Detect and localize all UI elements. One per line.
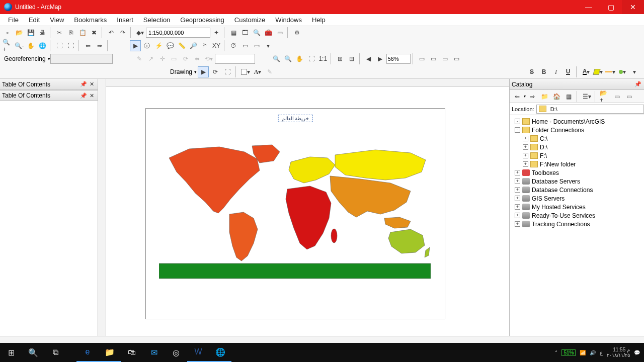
fixed-zoom-out-icon[interactable]: ⛶ (65, 40, 76, 51)
word-icon[interactable]: W (187, 343, 209, 362)
store-icon[interactable]: 🛍 (121, 343, 143, 362)
delete-icon[interactable]: ✖ (89, 27, 100, 38)
focus-dataframe-icon[interactable]: ▭ (428, 53, 439, 64)
pan-icon[interactable]: ✋ (25, 40, 36, 51)
location-input[interactable]: D:\ (536, 105, 644, 114)
tree-item[interactable]: +Tracking Connections (511, 220, 643, 228)
rotate-angle-input[interactable] (215, 54, 255, 64)
text-tool-icon[interactable]: A▾ (252, 66, 263, 77)
expand-icon[interactable]: + (523, 144, 528, 150)
tree-item[interactable]: +Database Servers (511, 177, 643, 186)
save-icon[interactable]: 💾 (25, 27, 36, 38)
marker-color-icon[interactable]: ▾ (617, 66, 628, 77)
georef-layer-dropdown[interactable] (50, 54, 113, 64)
tree-item[interactable]: +F:\New folder (511, 160, 643, 168)
tray-chevron-icon[interactable]: ˄ (555, 350, 557, 355)
menu-selection[interactable]: Selection (138, 15, 175, 25)
layout-zoom-out-icon[interactable]: 🔍 (283, 53, 294, 64)
redo-icon[interactable]: ↷ (117, 27, 128, 38)
forward-icon[interactable]: ⇒ (94, 40, 105, 51)
measure-icon[interactable]: 📏 (176, 40, 187, 51)
find-route-icon[interactable]: 🏳 (199, 40, 210, 51)
obs-icon[interactable]: ◎ (165, 343, 187, 362)
undo-icon[interactable]: ↶ (106, 27, 117, 38)
lang-indicator[interactable]: ع (600, 350, 603, 355)
find-icon[interactable]: 🔎 (188, 40, 199, 51)
change-layout-icon[interactable]: ▭ (440, 53, 451, 64)
tree-item[interactable]: +Ready-To-Use Services (511, 211, 643, 220)
catalog-tree[interactable]: -Home - Documents\ArcGIS-Folder Connecti… (510, 115, 644, 336)
minimize-button[interactable]: — (578, 0, 600, 14)
close-panel-icon[interactable]: ✕ (88, 81, 96, 87)
goto-xy-icon[interactable]: XY (211, 40, 222, 51)
pin-icon-2[interactable]: 📌 (79, 93, 88, 99)
tree-item[interactable]: +My Hosted Services (511, 203, 643, 211)
back-icon[interactable]: ⇐ (83, 40, 94, 51)
layout-pan-icon[interactable]: ✋ (294, 53, 305, 64)
full-extent-icon[interactable]: 🌐 (37, 40, 48, 51)
fill-color-icon[interactable]: ▾ (593, 66, 604, 77)
underline2-icon[interactable]: U (562, 66, 574, 77)
mail-icon[interactable]: ✉ (143, 343, 165, 362)
new-icon[interactable]: ▫ (2, 27, 13, 38)
cat-back-icon[interactable]: ⇐ (512, 91, 523, 102)
rotate-icon[interactable]: ⟳ (210, 66, 221, 77)
open-icon[interactable]: 📂 (14, 27, 25, 38)
start-button[interactable]: ⊞ (0, 343, 22, 362)
catalog-pin-icon[interactable]: 📌 (634, 81, 642, 87)
expand-icon[interactable]: + (515, 204, 520, 210)
close-panel-icon-2[interactable]: ✕ (88, 93, 96, 99)
dds-toolbar-icon[interactable]: ▭ (451, 53, 462, 64)
tree-item[interactable]: +D:\ (511, 143, 643, 151)
page-frame[interactable]: خريطة العالم (145, 108, 445, 319)
taskview-icon[interactable]: ⧉ (44, 343, 66, 362)
battery-status[interactable]: 51% (561, 349, 576, 356)
python-icon[interactable]: ▭ (274, 27, 285, 38)
print-icon[interactable]: 🖶 (37, 27, 48, 38)
menu-geoprocessing[interactable]: Geoprocessing (175, 15, 229, 25)
cat-home-icon[interactable]: 🏠 (551, 91, 562, 102)
arctoolbox-icon[interactable]: 🧰 (263, 27, 274, 38)
fixed-zoom-in-icon[interactable]: ⛶ (54, 40, 65, 51)
go-fwd-extent-icon[interactable]: ▶ (375, 53, 386, 64)
explorer-icon[interactable]: 📁 (99, 343, 121, 362)
map-scale-input[interactable] (146, 28, 210, 38)
pin-icon[interactable]: 📌 (79, 81, 88, 87)
georeferencing-label[interactable]: Georeferencing (2, 55, 48, 62)
identify-icon[interactable]: ⓘ (141, 40, 152, 51)
tree-item[interactable]: +C:\ (511, 134, 643, 143)
menu-help[interactable]: Help (307, 15, 331, 25)
fixed-zoom-out2-icon[interactable]: ⊟ (346, 53, 357, 64)
add-data-icon[interactable]: ◆▾ (134, 27, 145, 38)
font-color-icon[interactable]: A▾ (581, 66, 592, 77)
editor-toolbar-icon[interactable]: ✦ (211, 27, 222, 38)
expand-icon[interactable]: + (523, 136, 528, 141)
cut-icon[interactable]: ✂ (54, 27, 65, 38)
tree-item[interactable]: +Database Connections (511, 186, 643, 194)
zoom-to-selected-icon[interactable]: ⛶ (222, 66, 233, 77)
cat-connect-folder-icon[interactable]: 📂+ (599, 91, 610, 102)
zoom-in-icon[interactable]: 🔍+ (2, 40, 13, 51)
notifications-icon[interactable]: 💬 (634, 350, 640, 355)
close-button[interactable]: ✕ (622, 0, 644, 14)
paste-icon[interactable]: 📋 (77, 27, 88, 38)
time-slider-icon[interactable]: ⏱ (228, 40, 239, 51)
layout-view[interactable]: خريطة العالم (98, 79, 509, 336)
menu-insert[interactable]: Insert (112, 15, 138, 25)
cat-options-icon[interactable]: ▭ (623, 91, 634, 102)
copy-icon[interactable]: ⎘ (65, 27, 76, 38)
expand-icon[interactable]: - (515, 127, 520, 133)
tree-item[interactable]: -Home - Documents\ArcGIS (511, 117, 643, 126)
search-taskbar-icon[interactable]: 🔍 (22, 343, 44, 362)
fixed-zoom-in2-icon[interactable]: ⊞ (335, 53, 346, 64)
system-tray[interactable]: ˄ 51% 📶 🔊 ع 11:55 م ٢٠١٨/١١/٢٥ 💬 (551, 347, 644, 358)
cat-refresh-icon[interactable]: ▦ (563, 91, 574, 102)
zoom-whole-page-icon[interactable]: ⛶ (306, 53, 317, 64)
cat-view-icon[interactable]: ☰▾ (581, 91, 592, 102)
toggle-draft-icon[interactable]: ▭ (417, 53, 428, 64)
toolbar-opts2-icon[interactable]: ▾ (629, 66, 640, 77)
toolbar-options-icon[interactable]: ▾ (263, 40, 274, 51)
select-elements-icon[interactable]: ▶ (130, 40, 141, 51)
expand-icon[interactable]: + (515, 196, 520, 201)
go-back-extent-icon[interactable]: ◀ (363, 53, 374, 64)
